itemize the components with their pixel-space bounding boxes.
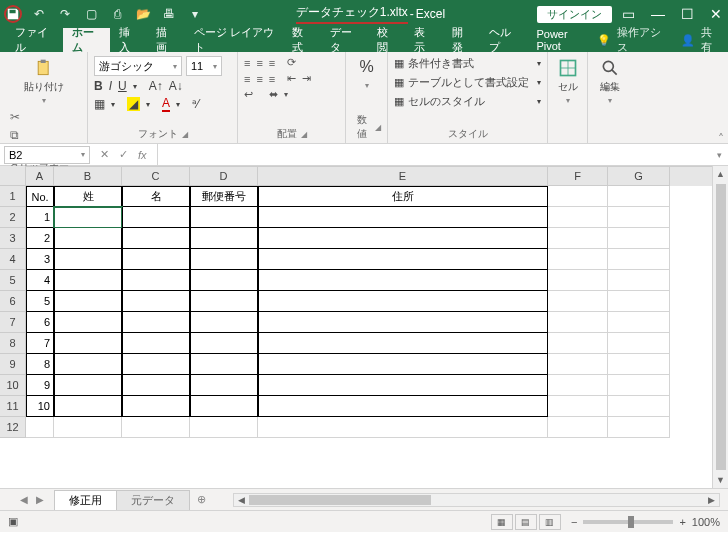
conditional-format-button[interactable]: ▦条件付き書式▾: [394, 56, 541, 71]
cell-B11[interactable]: [54, 396, 122, 417]
cell-D12[interactable]: [190, 417, 258, 438]
row-header-2[interactable]: 2: [0, 207, 26, 228]
sheet-tab[interactable]: 元データ: [116, 490, 190, 510]
row-header-10[interactable]: 10: [0, 375, 26, 396]
wrap-text-icon[interactable]: ↩: [244, 88, 253, 101]
align-left-icon[interactable]: ≡: [244, 73, 250, 85]
cell-B1[interactable]: 姓: [54, 186, 122, 207]
decrease-indent-icon[interactable]: ⇤: [287, 72, 296, 85]
expand-formula-icon[interactable]: ▾: [711, 150, 728, 160]
ribbon-tab-ファイル[interactable]: ファイル: [6, 28, 63, 52]
cell-A2[interactable]: 1: [26, 207, 54, 228]
scroll-thumb[interactable]: [716, 184, 726, 470]
cell-D11[interactable]: [190, 396, 258, 417]
decrease-font-icon[interactable]: A↓: [169, 79, 183, 93]
ribbon-tab-データ[interactable]: データ: [321, 28, 368, 52]
cell-C3[interactable]: [122, 228, 190, 249]
ribbon-tab-ページ レイアウト[interactable]: ページ レイアウト: [185, 28, 283, 52]
cell-B7[interactable]: [54, 312, 122, 333]
cancel-formula-icon[interactable]: ✕: [100, 148, 109, 161]
cell-F5[interactable]: [548, 270, 608, 291]
sheet-nav-prev-icon[interactable]: ◀: [20, 494, 28, 505]
qa-dropdown-icon[interactable]: ▾: [186, 5, 204, 23]
cell-G11[interactable]: [608, 396, 670, 417]
cell-E7[interactable]: [258, 312, 548, 333]
cell-G10[interactable]: [608, 375, 670, 396]
cell-G8[interactable]: [608, 333, 670, 354]
cell-C10[interactable]: [122, 375, 190, 396]
cell-G7[interactable]: [608, 312, 670, 333]
zoom-level[interactable]: 100%: [692, 516, 720, 528]
row-header-6[interactable]: 6: [0, 291, 26, 312]
cell-B3[interactable]: [54, 228, 122, 249]
align-bottom-icon[interactable]: ≡: [269, 57, 275, 69]
cell-F4[interactable]: [548, 249, 608, 270]
cell-D2[interactable]: [190, 207, 258, 228]
cell-A7[interactable]: 6: [26, 312, 54, 333]
cell-G6[interactable]: [608, 291, 670, 312]
ribbon-tab-表示[interactable]: 表示: [405, 28, 442, 52]
ribbon-tab-校閲[interactable]: 校閲: [368, 28, 405, 52]
cell-F11[interactable]: [548, 396, 608, 417]
horizontal-scrollbar[interactable]: ◀ ▶: [233, 493, 720, 507]
cell-D9[interactable]: [190, 354, 258, 375]
cell-G2[interactable]: [608, 207, 670, 228]
cell-styles-button[interactable]: ▦セルのスタイル▾: [394, 94, 541, 109]
qa-print-icon[interactable]: 🖶: [160, 5, 178, 23]
cell-E6[interactable]: [258, 291, 548, 312]
cell-E9[interactable]: [258, 354, 548, 375]
phonetic-icon[interactable]: ᵃ⁄: [192, 97, 199, 111]
cell-B6[interactable]: [54, 291, 122, 312]
copy-icon[interactable]: ⧉: [10, 128, 81, 142]
align-middle-icon[interactable]: ≡: [256, 57, 262, 69]
align-top-icon[interactable]: ≡: [244, 57, 250, 69]
scroll-thumb[interactable]: [249, 495, 431, 505]
normal-view-icon[interactable]: ▦: [491, 514, 513, 530]
cell-B8[interactable]: [54, 333, 122, 354]
cell-C1[interactable]: 名: [122, 186, 190, 207]
fill-color-icon[interactable]: ◢: [127, 97, 140, 111]
cell-C2[interactable]: [122, 207, 190, 228]
cell-D6[interactable]: [190, 291, 258, 312]
row-header-12[interactable]: 12: [0, 417, 26, 438]
ribbon-tab-開発[interactable]: 開発: [443, 28, 480, 52]
column-header-C[interactable]: C: [122, 167, 190, 186]
cell-A4[interactable]: 3: [26, 249, 54, 270]
page-layout-view-icon[interactable]: ▤: [515, 514, 537, 530]
cell-C7[interactable]: [122, 312, 190, 333]
cell-F2[interactable]: [548, 207, 608, 228]
cell-G1[interactable]: [608, 186, 670, 207]
align-right-icon[interactable]: ≡: [269, 73, 275, 85]
enter-formula-icon[interactable]: ✓: [119, 148, 128, 161]
font-name-select[interactable]: 游ゴシック▾: [94, 56, 182, 76]
sheet-nav-next-icon[interactable]: ▶: [36, 494, 44, 505]
scroll-left-icon[interactable]: ◀: [234, 495, 249, 505]
ribbon-tab-数式[interactable]: 数式: [283, 28, 320, 52]
cell-A12[interactable]: [26, 417, 54, 438]
dialog-launcher-icon[interactable]: ◢: [375, 123, 381, 132]
cell-D3[interactable]: [190, 228, 258, 249]
cell-D4[interactable]: [190, 249, 258, 270]
redo-icon[interactable]: ↷: [56, 5, 74, 23]
zoom-in-button[interactable]: +: [679, 516, 685, 528]
cell-F7[interactable]: [548, 312, 608, 333]
cell-A10[interactable]: 9: [26, 375, 54, 396]
cell-B10[interactable]: [54, 375, 122, 396]
cell-C5[interactable]: [122, 270, 190, 291]
scroll-down-icon[interactable]: ▼: [716, 472, 725, 488]
cell-C4[interactable]: [122, 249, 190, 270]
cell-G5[interactable]: [608, 270, 670, 291]
editing-button[interactable]: 編集 ▾: [596, 56, 624, 107]
cell-E5[interactable]: [258, 270, 548, 291]
cell-B4[interactable]: [54, 249, 122, 270]
increase-indent-icon[interactable]: ⇥: [302, 72, 311, 85]
cell-C12[interactable]: [122, 417, 190, 438]
cell-A1[interactable]: No.: [26, 186, 54, 207]
cell-F12[interactable]: [548, 417, 608, 438]
cell-F10[interactable]: [548, 375, 608, 396]
add-sheet-button[interactable]: ⊕: [189, 491, 214, 508]
fx-icon[interactable]: fx: [138, 149, 147, 161]
scroll-right-icon[interactable]: ▶: [704, 495, 719, 505]
font-color-icon[interactable]: A: [162, 96, 170, 112]
borders-icon[interactable]: ▦: [94, 97, 105, 111]
